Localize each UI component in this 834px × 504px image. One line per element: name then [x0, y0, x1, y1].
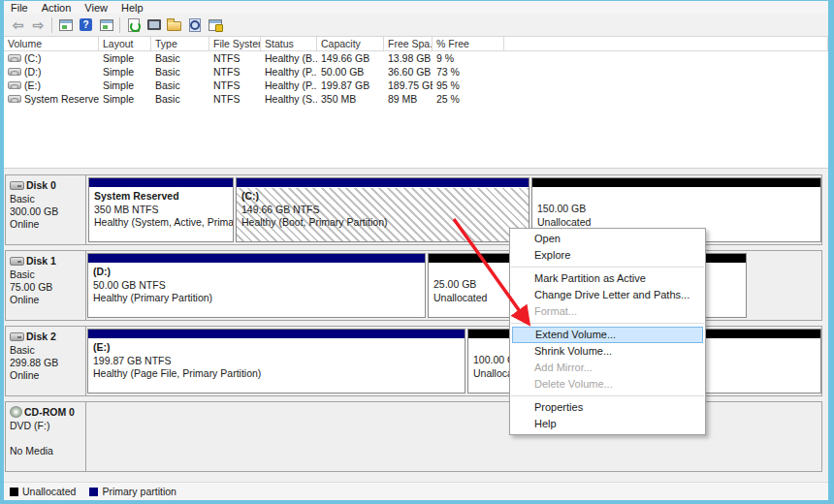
menu-item-explore[interactable]: Explore — [510, 247, 705, 264]
volume-row-system-reserved[interactable]: System Reserved Simple Basic NTFS Health… — [4, 92, 828, 106]
cell-type: Basic — [151, 66, 209, 79]
disk-size: 299.88 GB — [10, 357, 82, 369]
menu-action[interactable]: Action — [35, 2, 79, 14]
menu-separator — [511, 395, 704, 396]
cell-free-space: 36.60 GB — [384, 66, 433, 79]
find-button[interactable] — [184, 16, 205, 35]
partition-state: Unallocated — [537, 216, 816, 230]
help-button[interactable] — [76, 16, 96, 35]
show-action-pane-button[interactable] — [96, 16, 116, 35]
cell-layout: Simple — [99, 93, 151, 106]
column-header-file-system[interactable]: File System — [209, 37, 261, 50]
menu-item-shrink-volume[interactable]: Shrink Volume... — [510, 343, 705, 360]
cell-layout: Simple — [99, 66, 151, 79]
disk-management-icon — [208, 19, 222, 31]
volume-name: (E:) — [24, 79, 41, 92]
volume-list-panel: Volume Layout Type File System Status Ca… — [4, 37, 828, 169]
cell-file-system: NTFS — [209, 93, 261, 106]
disk-name: Disk 0 — [26, 179, 56, 191]
cell-capacity: 149.66 GB — [317, 52, 384, 65]
column-header-layout[interactable]: Layout — [99, 37, 151, 50]
menu-item-change-drive-letter[interactable]: Change Drive Letter and Paths... — [510, 287, 705, 303]
unallocated-legend-swatch — [10, 488, 18, 496]
cell-capacity: 50.00 GB — [317, 66, 384, 79]
back-button[interactable]: ⇦ — [8, 16, 28, 35]
drive-icon — [8, 95, 21, 103]
show-console-tree-button[interactable] — [55, 16, 76, 35]
find-icon — [189, 18, 201, 32]
menu-view[interactable]: View — [78, 2, 114, 14]
menu-item-open[interactable]: Open — [510, 231, 705, 247]
cell-free-space: 13.98 GB — [384, 52, 433, 65]
menu-item-delete-volume: Delete Volume... — [510, 376, 705, 393]
column-header-status[interactable]: Status — [261, 37, 317, 50]
disk-status: Online — [10, 294, 82, 306]
volume-name: System Reserved — [24, 93, 99, 106]
cell-percent-free: 9 % — [433, 52, 504, 65]
menu-item-extend-volume[interactable]: Extend Volume... — [512, 327, 703, 343]
cell-free-space: 89 MB — [384, 93, 433, 106]
column-header-volume[interactable]: Volume — [4, 37, 99, 50]
help-icon — [80, 18, 92, 31]
toolbar-separator — [119, 17, 120, 33]
partition-system-reserved[interactable]: System Reserved 350 MB NTFS Healthy (Sys… — [88, 177, 234, 242]
disk-2-label[interactable]: Disk 2 Basic 299.88 GB Online — [6, 327, 86, 395]
menu-item-add-mirror: Add Mirror... — [510, 360, 705, 376]
column-header-type[interactable]: Type — [151, 37, 209, 50]
menu-help[interactable]: Help — [114, 2, 150, 14]
disk-1-label[interactable]: Disk 1 Basic 75.00 GB Online — [6, 251, 86, 320]
unallocated-legend-label: Unallocated — [22, 486, 76, 497]
volume-name: (D:) — [24, 66, 42, 79]
cdrom-0-label[interactable]: CD-ROM 0 DVD (F:) No Media — [6, 402, 86, 471]
column-header-free-space[interactable]: Free Spa... — [384, 37, 433, 50]
cell-capacity: 199.87 GB — [317, 79, 384, 92]
refresh-button[interactable] — [123, 16, 144, 35]
disk-0-label[interactable]: Disk 0 Basic 300.00 GB Online — [6, 175, 86, 244]
disk-icon — [10, 257, 24, 266]
volume-row-d[interactable]: (D:) Simple Basic NTFS Healthy (P... 50.… — [4, 65, 828, 79]
primary-partition-band — [237, 178, 529, 188]
explore-button[interactable] — [164, 16, 184, 35]
cdrom-media-status: No Media — [10, 445, 82, 457]
partition-title: System Reserved — [94, 190, 228, 204]
partition-detail: 149.66 GB NTFS — [241, 204, 524, 217]
volume-name: (C:) — [24, 52, 42, 65]
partition-health: Healthy (Primary Partition) — [93, 292, 420, 305]
forward-button[interactable]: ⇨ — [28, 16, 48, 35]
properties-button[interactable] — [144, 16, 164, 35]
disk-type: Basic — [10, 193, 82, 205]
cell-status: Healthy (B... — [261, 52, 317, 65]
window-border-bottom — [0, 500, 834, 504]
unallocated-band — [532, 178, 820, 188]
window-border-left — [0, 0, 4, 504]
refresh-icon — [128, 18, 140, 32]
drive-icon — [8, 68, 21, 76]
cell-percent-free: 73 % — [433, 66, 504, 79]
disk-status: Online — [10, 369, 82, 382]
volume-row-c[interactable]: (C:) Simple Basic NTFS Healthy (B... 149… — [4, 51, 828, 65]
partition-e[interactable]: (E:) 199.87 GB NTFS Healthy (Page File, … — [87, 329, 465, 394]
partition-c-selected[interactable]: (C:) 149.66 GB NTFS Healthy (Boot, Prima… — [236, 177, 529, 242]
menu-item-properties[interactable]: Properties — [510, 399, 705, 416]
primary-partition-legend-label: Primary partition — [102, 486, 176, 497]
cdrom-name: CD-ROM 0 — [24, 406, 75, 418]
back-arrow-icon: ⇦ — [13, 18, 24, 32]
column-header-capacity[interactable]: Capacity — [317, 37, 384, 50]
disk-name: Disk 2 — [26, 331, 56, 342]
partition-health: Healthy (Boot, Primary Partition) — [241, 216, 524, 230]
menu-file[interactable]: File — [4, 2, 35, 14]
partition-detail: 50.00 GB NTFS — [93, 279, 420, 293]
properties-icon — [147, 19, 161, 30]
cell-file-system: NTFS — [209, 52, 261, 65]
menu-item-help[interactable]: Help — [510, 416, 705, 432]
volume-row-e[interactable]: (E:) Simple Basic NTFS Healthy (P... 199… — [4, 79, 828, 92]
disk-management-button[interactable] — [205, 16, 225, 35]
column-header-percent-free[interactable]: % Free — [433, 37, 504, 50]
cd-rom-icon — [10, 406, 22, 418]
window-border-top — [0, 0, 834, 1]
menu-item-mark-partition-active[interactable]: Mark Partition as Active — [510, 270, 705, 287]
disk-management-window: File Action View Help ⇦ ⇨ Volume Layout … — [0, 0, 834, 504]
disk-size: 75.00 GB — [10, 281, 82, 294]
partition-d[interactable]: (D:) 50.00 GB NTFS Healthy (Primary Part… — [87, 253, 426, 318]
cell-layout: Simple — [99, 52, 151, 65]
